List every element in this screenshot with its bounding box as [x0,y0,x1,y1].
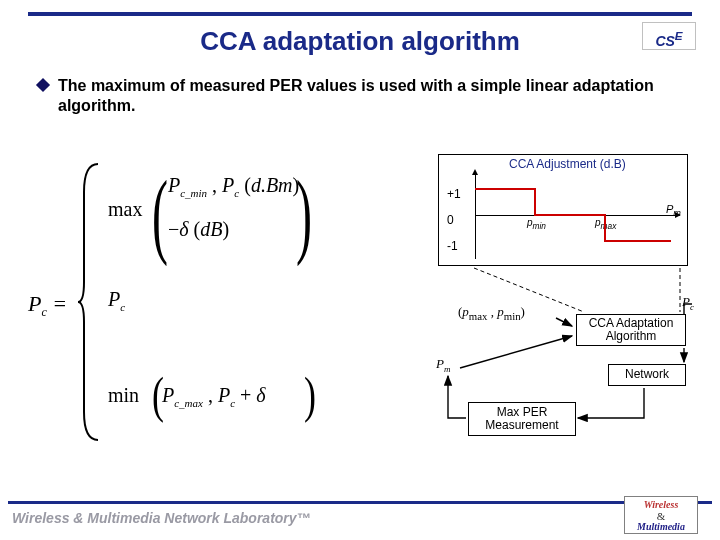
eq-min-args: Pc_max , Pc + δ [162,384,266,409]
eq-lhs-sym: P [28,291,41,316]
svg-line-2 [556,318,572,326]
eq-sign: = [47,291,67,316]
eq-min-rparen: ) [304,366,316,425]
svg-line-0 [474,268,584,312]
footer-text: Wireless & Multimedia Network Laboratory… [12,510,311,526]
header-rule [28,12,692,16]
bullet-diamond-icon [36,78,50,92]
bullet-row: The maximum of measured PER values is us… [38,76,690,116]
eq-max-fn: max [108,198,142,221]
eq-max-rparen: ) [296,158,312,268]
footer-logo: Wireless & Multimedia [624,496,698,534]
bullet-text: The maximum of measured PER values is us… [58,76,690,116]
footer-logo-line1: Wireless [644,499,679,510]
footer-logo-line2: Multimedia [637,521,685,532]
footer-logo-amp: & [657,510,666,522]
eq-lhs: Pc = [28,291,67,320]
eq-min-fn: min [108,384,139,407]
svg-line-3 [460,336,572,368]
eq-max-arg2: −δ (dB) [168,218,229,241]
diagram-arrows [364,154,694,444]
diagram-block: CCA Adjustment (d.B) +1 0 -1 Pm pmin pma… [364,154,694,444]
equation-block: Pc = max ( Pc_min , Pc (d.Bm) −δ (dB) ) … [26,156,336,456]
eq-brace [78,162,104,442]
eq-case-max: max ( Pc_min , Pc (d.Bm) −δ (dB) ) [108,164,318,252]
footer-rule [8,501,712,504]
eq-max-arg1: Pc_min , Pc (d.Bm) [168,174,299,199]
slide-title: CCA adaptation algorithm [0,26,720,57]
content-area: Pc = max ( Pc_min , Pc (d.Bm) −δ (dB) ) … [26,150,694,460]
eq-case-min: min ( Pc_max , Pc + δ ) [108,364,318,424]
eq-max-lparen: ( [152,158,168,268]
eq-case-mid: Pc [108,288,125,313]
